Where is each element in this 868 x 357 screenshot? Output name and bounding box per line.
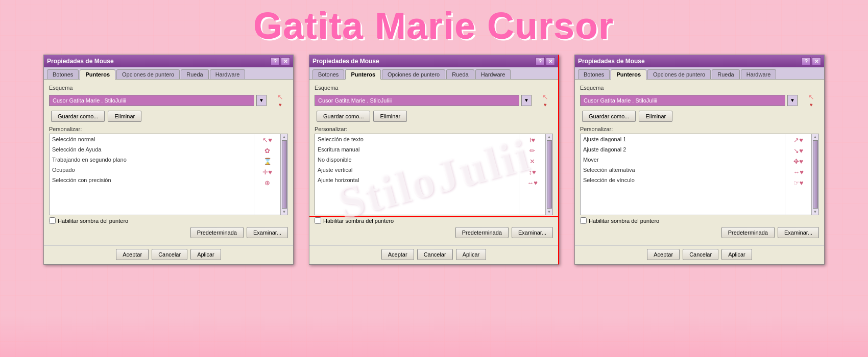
examinar-btn-3[interactable]: Examinar... bbox=[778, 227, 819, 238]
cursor-item-3-2[interactable]: Mover bbox=[581, 155, 785, 165]
cursor-item-2-4[interactable]: Ajuste horizontal bbox=[315, 175, 519, 185]
esquema-arrow-3[interactable]: ▼ bbox=[787, 95, 798, 106]
tab-punteros-1[interactable]: Punteros bbox=[80, 69, 115, 80]
cursor-item-3-3[interactable]: Selección alternativa bbox=[581, 165, 785, 175]
preview-cursor-3a: ↖ bbox=[808, 93, 814, 101]
ci-1-4: ⊕ bbox=[264, 179, 270, 187]
titlebar-buttons-2: ? ✕ bbox=[536, 57, 555, 65]
ci-3-1: ↘♥ bbox=[793, 147, 803, 155]
tab-punteros-3[interactable]: Punteros bbox=[611, 69, 646, 80]
ci-1-1: ✿ bbox=[264, 147, 270, 155]
dialog-1-tabs: Botones Punteros Opciones de puntero Rue… bbox=[44, 67, 293, 80]
esquema-arrow-2[interactable]: ▼ bbox=[521, 95, 532, 106]
examinar-btn-2[interactable]: Examinar... bbox=[512, 227, 553, 238]
list-3: Ajuste diagonal 1 Ajuste diagonal 2 Move… bbox=[580, 134, 819, 215]
aplicar-btn-2[interactable]: Aplicar bbox=[456, 249, 487, 260]
guardar-btn-1[interactable]: Guardar como... bbox=[51, 111, 105, 122]
esquema-label-2: Esquema bbox=[315, 85, 553, 91]
sombra-checkbox-2[interactable] bbox=[315, 217, 321, 224]
cursor-icons-2: I♥ ✏ ✕ ↕♥ ↔♥ bbox=[519, 134, 545, 215]
cursor-list-1: Selección normal Selección de Ayuda Trab… bbox=[50, 134, 254, 215]
cursor-item-2-3[interactable]: Ajuste vertical bbox=[315, 165, 519, 175]
tab-hardware-2[interactable]: Hardware bbox=[475, 69, 511, 79]
cursor-item-3-4[interactable]: Selección de vínculo bbox=[581, 175, 785, 185]
cursor-item-1-0[interactable]: Selección normal bbox=[50, 134, 254, 144]
ci-3-2: ✥♥ bbox=[793, 158, 803, 165]
predeterminada-btn-3[interactable]: Predeterminada bbox=[721, 227, 775, 238]
help-button-3[interactable]: ? bbox=[802, 57, 811, 65]
dialog-3: Propiedades de Mouse ? ✕ Botones Puntero… bbox=[574, 55, 825, 265]
cancelar-btn-1[interactable]: Cancelar bbox=[152, 249, 187, 260]
titlebar-buttons-1: ? ✕ bbox=[271, 57, 290, 65]
close-button-2[interactable]: ✕ bbox=[546, 57, 555, 65]
esquema-select-3[interactable]: Cusor Gatita Marie . StiloJuliii bbox=[580, 95, 785, 106]
aceptar-btn-3[interactable]: Aceptar bbox=[647, 249, 680, 260]
cursor-item-2-2[interactable]: No disponible bbox=[315, 155, 519, 165]
eliminar-btn-1[interactable]: Eliminar bbox=[108, 111, 141, 122]
predeterminada-btn-1[interactable]: Predeterminada bbox=[190, 227, 244, 238]
aplicar-btn-3[interactable]: Aplicar bbox=[721, 249, 752, 260]
cursor-item-3-0[interactable]: Ajuste diagonal 1 bbox=[581, 134, 785, 144]
scrollbar-2[interactable]: ▲ ▼ bbox=[545, 134, 552, 215]
cursor-item-1-1[interactable]: Selección de Ayuda bbox=[50, 144, 254, 155]
personalizar-label-2: Personalizar: bbox=[315, 126, 553, 132]
cancelar-btn-2[interactable]: Cancelar bbox=[417, 249, 453, 260]
cursor-icons-1: ↖♥ ✿ ⌛ ✛♥ ⊕ bbox=[254, 134, 280, 215]
preview-cursor-2a: ↖ bbox=[542, 93, 548, 101]
eliminar-btn-3[interactable]: Eliminar bbox=[639, 111, 672, 122]
tab-hardware-3[interactable]: Hardware bbox=[741, 69, 777, 79]
help-button-1[interactable]: ? bbox=[271, 57, 280, 65]
dialog-2-tabs: Botones Punteros Opciones de puntero Rue… bbox=[309, 67, 558, 80]
sombra-checkbox-3[interactable] bbox=[580, 217, 587, 224]
tab-opciones-2[interactable]: Opciones de puntero bbox=[382, 69, 445, 79]
close-button-1[interactable]: ✕ bbox=[281, 57, 290, 65]
help-button-2[interactable]: ? bbox=[536, 57, 545, 65]
cursor-item-2-1[interactable]: Escritura manual bbox=[315, 144, 519, 155]
dialog-3-title: Propiedades de Mouse bbox=[578, 58, 645, 65]
cursor-item-2-0[interactable]: Selección de texto bbox=[315, 134, 519, 144]
eliminar-btn-2[interactable]: Eliminar bbox=[373, 111, 407, 122]
tab-opciones-1[interactable]: Opciones de puntero bbox=[116, 69, 180, 79]
scrollbar-3[interactable]: ▲ ▼ bbox=[811, 134, 818, 215]
esquema-select-1[interactable]: Cusor Gatita Marie . StiloJuliii bbox=[49, 95, 254, 106]
cursor-item-1-2[interactable]: Trabajando en segundo plano bbox=[50, 155, 254, 165]
scrollbar-1[interactable]: ▲ ▼ bbox=[280, 134, 287, 215]
dialog-1-title: Propiedades de Mouse bbox=[47, 58, 114, 65]
guardar-btn-3[interactable]: Guardar como... bbox=[582, 111, 636, 122]
sombra-checkbox-1[interactable] bbox=[49, 217, 56, 224]
guardar-btn-2[interactable]: Guardar como... bbox=[317, 111, 370, 122]
tab-opciones-3[interactable]: Opciones de puntero bbox=[647, 69, 711, 79]
ci-1-2: ⌛ bbox=[263, 158, 272, 165]
dialog-2: Propiedades de Mouse ? ✕ Botones Puntero… bbox=[309, 55, 559, 265]
esquema-label-1: Esquema bbox=[49, 85, 288, 91]
cursor-item-1-3[interactable]: Ocupado bbox=[50, 165, 254, 175]
tab-rueda-3[interactable]: Rueda bbox=[712, 69, 739, 79]
aceptar-btn-2[interactable]: Aceptar bbox=[381, 249, 414, 260]
close-button-3[interactable]: ✕ bbox=[812, 57, 821, 65]
dialog-3-titlebar: Propiedades de Mouse ? ✕ bbox=[575, 55, 824, 67]
cursor-item-3-1[interactable]: Ajuste diagonal 2 bbox=[581, 144, 785, 155]
bottom-btns-2: Predeterminada Examinar... bbox=[315, 227, 553, 238]
cursor-list-2: Selección de texto Escritura manual No d… bbox=[315, 134, 519, 215]
tab-hardware-1[interactable]: Hardware bbox=[210, 69, 246, 79]
red-line-horizontal bbox=[309, 216, 558, 217]
predeterminada-btn-2[interactable]: Predeterminada bbox=[455, 227, 509, 238]
aceptar-btn-1[interactable]: Aceptar bbox=[116, 249, 149, 260]
esquema-arrow-1[interactable]: ▼ bbox=[256, 95, 267, 106]
tab-botones-2[interactable]: Botones bbox=[312, 69, 344, 79]
tab-rueda-1[interactable]: Rueda bbox=[181, 69, 208, 79]
tab-rueda-2[interactable]: Rueda bbox=[446, 69, 474, 79]
cursor-item-1-4[interactable]: Selección con precisión bbox=[50, 175, 254, 185]
titlebar-buttons-3: ? ✕ bbox=[802, 57, 821, 65]
tab-botones-1[interactable]: Botones bbox=[47, 69, 79, 79]
examinar-btn-1[interactable]: Examinar... bbox=[247, 227, 288, 238]
aplicar-btn-1[interactable]: Aplicar bbox=[190, 249, 221, 260]
ci-2-0: I♥ bbox=[529, 136, 535, 144]
personalizar-label-3: Personalizar: bbox=[580, 126, 819, 132]
cancelar-btn-3[interactable]: Cancelar bbox=[683, 249, 718, 260]
dialog-2-body: Esquema Cusor Gatita Marie . StiloJuliii… bbox=[309, 80, 558, 245]
esquema-select-2[interactable]: Cusor Gatita Marie . StiloJuliii bbox=[315, 95, 519, 106]
btn-row-3: Guardar como... Eliminar bbox=[580, 111, 819, 122]
tab-punteros-2[interactable]: Punteros bbox=[345, 69, 381, 80]
tab-botones-3[interactable]: Botones bbox=[578, 69, 610, 79]
